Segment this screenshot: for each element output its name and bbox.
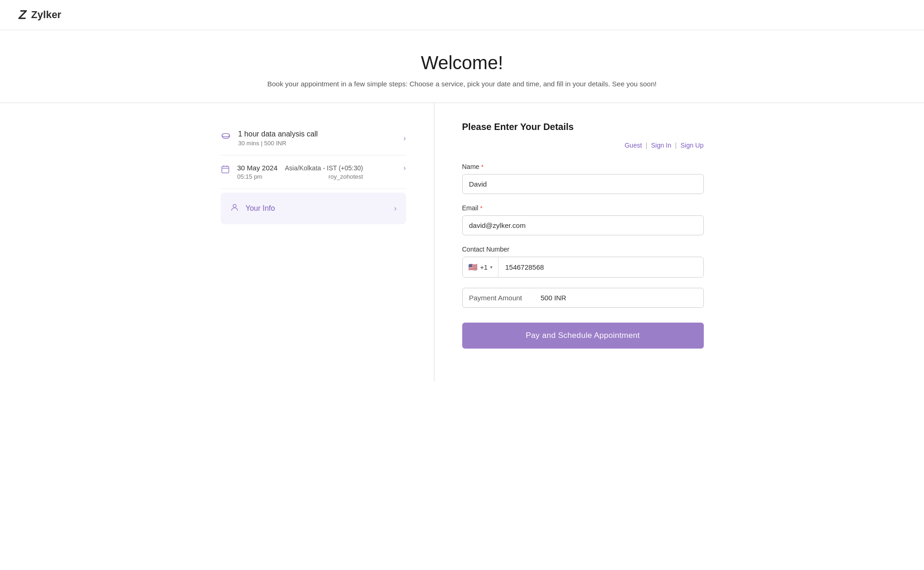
name-field-group: Name * <box>462 163 704 194</box>
auth-sep-2: | <box>675 142 677 149</box>
svg-point-0 <box>222 134 229 137</box>
hero-section: Welcome! Book your appointment in a few … <box>0 30 924 103</box>
phone-prefix[interactable]: 🇺🇸 +1 ▾ <box>463 257 499 277</box>
date-item[interactable]: 30 May 2024 Asia/Kolkata - IST (+05:30) … <box>221 155 406 189</box>
phone-number-input[interactable] <box>498 257 703 277</box>
content-area: 1 hour data analysis call 30 mins | 500 … <box>183 103 741 382</box>
payment-amount-value: 500 INR <box>541 294 566 302</box>
service-info: 1 hour data analysis call 30 mins | 500 … <box>238 130 318 147</box>
service-chevron-icon: › <box>403 134 406 142</box>
payment-amount-field: Payment Amount 500 INR <box>462 288 704 308</box>
hero-title: Welcome! <box>9 52 915 73</box>
guest-link[interactable]: Guest <box>624 142 642 149</box>
payment-field-group: Payment Amount 500 INR <box>462 288 704 308</box>
appointment-user: roy_zohotest <box>328 173 363 180</box>
form-title: Please Enter Your Details <box>462 122 704 132</box>
your-info-item[interactable]: Your Info › <box>221 193 406 224</box>
appointment-time: 05:15 pm <box>237 173 262 180</box>
service-item[interactable]: 1 hour data analysis call 30 mins | 500 … <box>221 122 406 155</box>
your-info-label: Your Info <box>246 204 275 213</box>
svg-point-6 <box>233 204 236 207</box>
email-required-star: * <box>480 205 483 212</box>
header: Z Zylker <box>0 0 924 30</box>
name-required-star: * <box>481 163 484 170</box>
phone-code: +1 <box>480 264 488 271</box>
phone-input-wrapper: 🇺🇸 +1 ▾ <box>462 257 704 278</box>
hat-icon <box>221 131 231 143</box>
hero-subtitle: Book your appointment in a few simple st… <box>9 80 915 88</box>
date-info: 30 May 2024 Asia/Kolkata - IST (+05:30) … <box>237 164 363 180</box>
phone-flag: 🇺🇸 <box>468 263 478 272</box>
auth-links: Guest | Sign In | Sign Up <box>462 142 704 149</box>
logo-icon: Z <box>19 7 26 22</box>
email-label: Email * <box>462 204 704 212</box>
date-row-top: 30 May 2024 Asia/Kolkata - IST (+05:30) <box>237 164 363 172</box>
email-field-group: Email * <box>462 204 704 235</box>
logo: Z Zylker <box>19 7 61 22</box>
service-meta: 30 mins | 500 INR <box>238 140 318 147</box>
contact-field-group: Contact Number 🇺🇸 +1 ▾ <box>462 246 704 278</box>
svg-rect-2 <box>222 166 229 173</box>
contact-label: Contact Number <box>462 246 704 253</box>
phone-dropdown-icon: ▾ <box>490 265 492 270</box>
left-panel: 1 hour data analysis call 30 mins | 500 … <box>183 103 434 382</box>
payment-label-text: Payment Amount <box>469 294 522 302</box>
date-chevron-icon: › <box>403 164 406 172</box>
sign-up-link[interactable]: Sign Up <box>681 142 704 149</box>
sign-in-link[interactable]: Sign In <box>651 142 671 149</box>
name-input[interactable] <box>462 174 704 194</box>
service-name: 1 hour data analysis call <box>238 130 318 138</box>
email-input[interactable] <box>462 215 704 235</box>
auth-sep-1: | <box>646 142 648 149</box>
name-label: Name * <box>462 163 704 170</box>
calendar-icon <box>221 165 230 176</box>
appointment-timezone: Asia/Kolkata - IST (+05:30) <box>285 164 363 172</box>
service-item-left: 1 hour data analysis call 30 mins | 500 … <box>221 130 318 147</box>
date-item-left: 30 May 2024 Asia/Kolkata - IST (+05:30) … <box>221 164 363 180</box>
submit-button[interactable]: Pay and Schedule Appointment <box>462 323 704 349</box>
appointment-date: 30 May 2024 <box>237 164 278 172</box>
right-panel: Please Enter Your Details Guest | Sign I… <box>434 103 741 382</box>
logo-text: Zylker <box>31 9 61 21</box>
your-info-left: Your Info <box>230 203 275 214</box>
user-icon <box>230 203 239 214</box>
your-info-chevron-icon: › <box>394 204 396 213</box>
